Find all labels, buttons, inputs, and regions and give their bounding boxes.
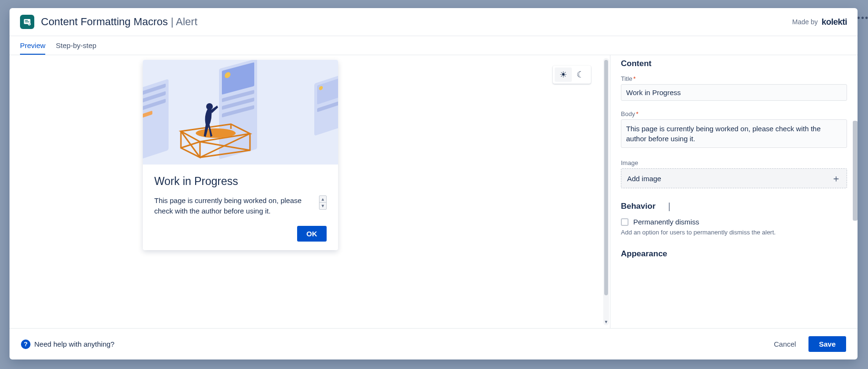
preview-body-text: This page is currently being worked on, …	[154, 195, 313, 216]
body-textarea[interactable]	[621, 119, 847, 148]
dialog-header: Content Formatting Macros | Alert Made b…	[10, 8, 858, 36]
preview-alert-card: Work in Progress This page is currently …	[143, 60, 338, 250]
section-behavior: Behavior	[621, 202, 847, 211]
cancel-button[interactable]: Cancel	[767, 336, 803, 352]
title-label: Title*	[621, 75, 847, 82]
text-cursor-icon	[669, 203, 669, 211]
tab-bar: Preview Step-by-step	[10, 36, 858, 55]
app-name: Content Formatting Macros	[41, 16, 168, 28]
preview-pane: ☀ ☾	[10, 55, 610, 328]
preview-illustration	[143, 60, 338, 165]
app-icon	[20, 15, 34, 29]
tab-preview[interactable]: Preview	[20, 37, 45, 55]
permanently-dismiss-checkbox[interactable]	[621, 218, 629, 226]
overflow-menu-icon[interactable]: •••	[857, 13, 868, 23]
help-label: Need help with anything?	[34, 340, 114, 348]
body-label: Body*	[621, 110, 847, 117]
theme-toggle: ☀ ☾	[553, 66, 591, 84]
svg-rect-2	[25, 21, 30, 22]
preview-stepper[interactable]: ▲ ▼	[319, 195, 327, 210]
tab-step-by-step[interactable]: Step-by-step	[56, 37, 96, 55]
permanently-dismiss-help: Add an option for users to permanently d…	[621, 229, 847, 236]
plus-icon: ＋	[831, 174, 841, 183]
light-mode-button[interactable]: ☀	[555, 68, 572, 82]
preview-scrollbar[interactable]: ▼	[603, 58, 609, 325]
config-scrollbar[interactable]	[852, 55, 858, 328]
title-input[interactable]	[621, 84, 847, 101]
image-label: Image	[621, 159, 847, 166]
permanently-dismiss-label: Permanently dismiss	[633, 218, 699, 226]
sun-icon: ☀	[559, 69, 567, 80]
made-by-label: Made by	[792, 18, 818, 26]
help-icon: ?	[21, 340, 30, 349]
svg-point-5	[206, 103, 213, 110]
add-image-label: Add image	[627, 175, 661, 183]
save-button[interactable]: Save	[808, 336, 846, 352]
section-content: Content	[621, 59, 847, 68]
macro-name: Alert	[176, 16, 197, 28]
chevron-down-icon[interactable]: ▼	[319, 203, 326, 209]
help-link[interactable]: ? Need help with anything?	[21, 340, 114, 349]
ok-button[interactable]: OK	[297, 226, 327, 242]
brand-logo: kolekti	[821, 17, 847, 27]
macro-config-dialog: Content Formatting Macros | Alert Made b…	[10, 8, 858, 359]
chevron-up-icon[interactable]: ▲	[319, 196, 326, 203]
svg-rect-1	[25, 20, 28, 21]
section-appearance: Appearance	[621, 249, 847, 259]
add-image-button[interactable]: Add image ＋	[621, 168, 847, 188]
scroll-down-icon[interactable]: ▼	[604, 320, 609, 324]
dark-mode-button[interactable]: ☾	[572, 68, 589, 82]
moon-icon: ☾	[577, 69, 584, 80]
dialog-title: Content Formatting Macros | Alert	[41, 16, 198, 28]
config-pane: Content Title* Body* Image Add image ＋	[610, 55, 858, 328]
dialog-footer: ? Need help with anything? Cancel Save	[10, 328, 858, 359]
preview-title: Work in Progress	[154, 175, 327, 188]
